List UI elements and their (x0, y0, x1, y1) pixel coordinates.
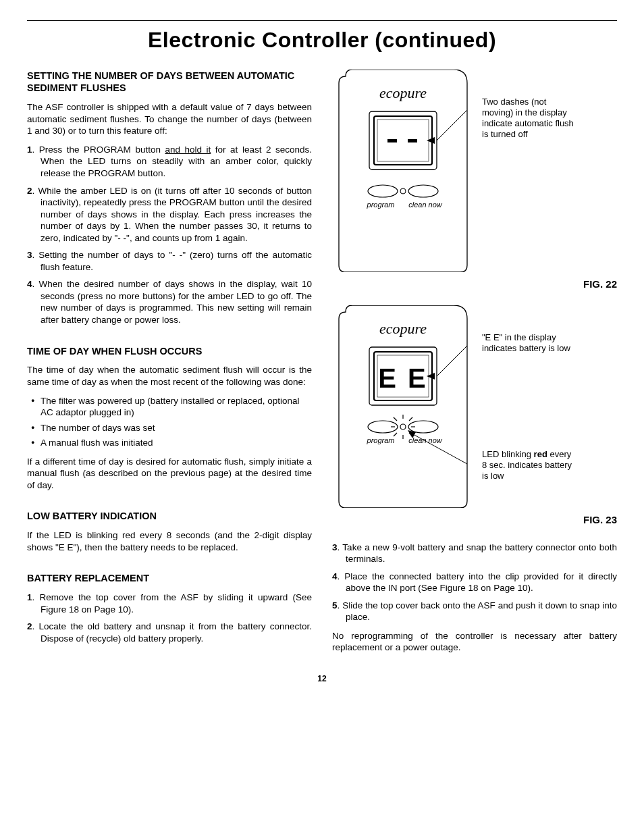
figure-22-block: ecopure program clean now Two dashes (no… (332, 70, 617, 272)
left-column: SETTING THE NUMBER OF DAYS BETWEEN AUTOM… (27, 70, 312, 652)
bullet-manual-flush: A manual flush was initiated (27, 437, 312, 449)
list-time-conditions: The filter was powered up (battery insta… (27, 395, 312, 449)
list-replacement-steps-right: 3. Take a new 9-volt battery and snap th… (332, 542, 617, 623)
right-column: ecopure program clean now Two dashes (no… (332, 70, 617, 660)
figure-23-callout-led: LED blinking red every 8 sec. indicates … (482, 449, 576, 482)
rep-step-1: 1. Remove the top cover from the ASF by … (27, 592, 312, 615)
svg-rect-4 (408, 139, 417, 142)
top-rule (27, 20, 617, 21)
rep-step-3: 3. Take a new 9-volt battery and snap th… (332, 542, 617, 565)
heading-setting-days: SETTING THE NUMBER OF DAYS BETWEEN AUTOM… (27, 70, 312, 95)
svg-point-8 (400, 188, 406, 194)
program-button-label: program (367, 436, 395, 444)
figure-23-label: FIG. 23 (332, 513, 617, 527)
figure-22-illustration: ecopure program clean now (332, 70, 474, 272)
program-button-label: program (367, 201, 395, 209)
svg-rect-3 (387, 139, 397, 142)
para-no-reprogramming: No reprogramming of the controller is ne… (332, 630, 617, 654)
para-low-battery: If the LED is blinking red every 8 secon… (27, 529, 312, 553)
rep-step-4: 4. Place the connected battery into the … (332, 571, 617, 594)
para-time-note: If a different time of day is desired fo… (27, 456, 312, 492)
figure-22-label: FIG. 22 (332, 278, 617, 291)
step-1: 1. Press the PROGRAM button and hold it … (27, 144, 312, 180)
brand-label: ecopure (379, 320, 427, 337)
figure-23-block: ecopure E E (332, 305, 617, 508)
para-time-intro: The time of day when the automatic sedim… (27, 364, 312, 388)
rep-step-2: 2. Locate the old battery and unsnap it … (27, 621, 312, 644)
brand-label: ecopure (379, 84, 427, 101)
heading-time-of-day: TIME OF DAY WHEN FLUSH OCCURS (27, 345, 312, 358)
heading-battery-replacement: BATTERY REPLACEMENT (27, 572, 312, 585)
step-2: 2. While the amber LED is on (it turns o… (27, 185, 312, 244)
rep-step-5: 5. Slide the top cover back onto the ASF… (332, 600, 617, 623)
para-setting-intro: The ASF controller is shipped with a def… (27, 101, 312, 137)
two-column-layout: SETTING THE NUMBER OF DAYS BETWEEN AUTOM… (27, 70, 617, 660)
heading-low-battery: LOW BATTERY INDICATION (27, 510, 312, 523)
bullet-days-set: The number of days was set (27, 422, 312, 434)
page-title: Electronic Controller (continued) (27, 26, 617, 55)
list-replacement-steps-left: 1. Remove the top cover from the ASF by … (27, 592, 312, 644)
svg-point-17 (400, 424, 406, 429)
svg-point-7 (368, 185, 398, 197)
display-value: E E (378, 363, 427, 393)
list-setting-steps: 1. Press the PROGRAM button and hold it … (27, 144, 312, 326)
step-3: 3. Setting the number of days to "- -" (… (27, 249, 312, 273)
figure-22-callout: Two dashes (not moving) in the display i… (482, 97, 576, 140)
clean-now-button-label: clean now (408, 201, 443, 209)
svg-rect-2 (377, 120, 429, 161)
page-number: 12 (27, 674, 617, 685)
bullet-powered-up: The filter was powered up (battery insta… (27, 395, 312, 419)
clean-now-button-label: clean now (408, 436, 443, 444)
figure-23-illustration: ecopure E E (332, 305, 474, 508)
svg-point-9 (408, 185, 438, 197)
figure-23-callout-display: "E E" in the display indicates battery i… (482, 332, 576, 355)
step-4: 4. When the desired number of days shows… (27, 278, 312, 325)
